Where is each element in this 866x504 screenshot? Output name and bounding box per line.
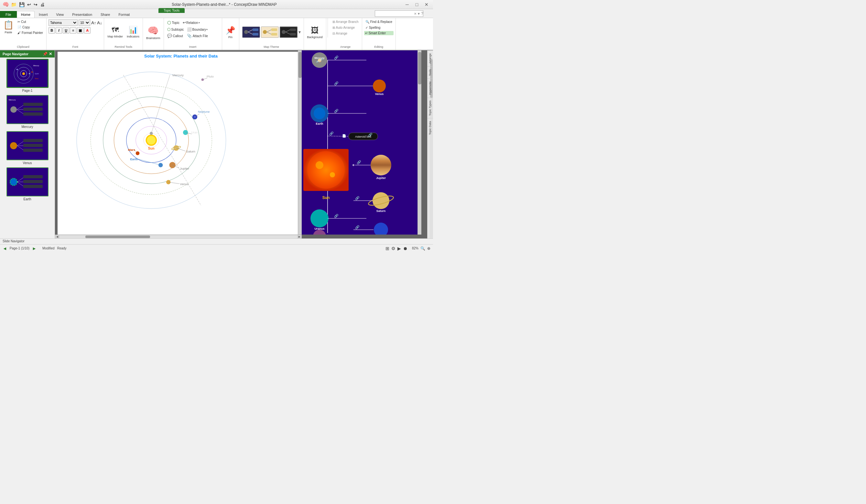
fontcolor-button[interactable]: A bbox=[84, 27, 90, 34]
page-thumb-3[interactable]: Venus bbox=[1, 131, 53, 165]
hscroll-thumb[interactable] bbox=[85, 236, 150, 238]
svg-point-120 bbox=[370, 155, 391, 175]
view-grid-button[interactable]: ⊞ bbox=[386, 246, 389, 251]
auto-arrange-button[interactable]: ⊞Auto Arrange bbox=[331, 25, 360, 30]
right-tab-topic-data[interactable]: Topic Data bbox=[428, 118, 433, 138]
search-help-icon[interactable]: ? bbox=[421, 11, 423, 16]
boundary-button[interactable]: ⬜ Boundary ▾ bbox=[186, 26, 208, 32]
mindmap-svg: Mercury 🪐 🔗 Venus 🔗 Earth 🔗 bbox=[302, 50, 421, 234]
next-page-button[interactable]: ► bbox=[32, 246, 36, 251]
arrange-branch-button[interactable]: ⊞Arrange Branch bbox=[331, 19, 360, 24]
theme-more-button[interactable]: ▾ bbox=[299, 30, 301, 35]
svg-line-1 bbox=[248, 30, 253, 32]
tab-home[interactable]: Home bbox=[17, 11, 35, 18]
svg-rect-4 bbox=[253, 33, 258, 36]
tab-format[interactable]: Format bbox=[114, 11, 134, 18]
page-thumb-4[interactable]: Earth bbox=[1, 167, 53, 201]
ribbon: 📋 Paste ✂Cut 📄Copy 🖌Format Painter Clipb… bbox=[0, 18, 433, 50]
font-grow-button[interactable]: A↑ bbox=[91, 20, 96, 25]
find-replace-button[interactable]: 🔍Find & Replace bbox=[364, 19, 393, 24]
view-options-button[interactable]: ⚙ bbox=[391, 246, 396, 251]
maximize-button[interactable]: □ bbox=[413, 1, 421, 8]
underline-button[interactable]: U bbox=[63, 27, 69, 34]
insert-group: ⬡ Topic ↩ Relation ▾ ⬡ Subtopic ⬜ Bounda… bbox=[164, 18, 222, 50]
subtopic-button[interactable]: ⬡ Subtopic bbox=[166, 26, 185, 32]
tab-presentation[interactable]: Presentation bbox=[68, 11, 96, 18]
search-filter-icon[interactable]: ▼ bbox=[417, 12, 420, 15]
map-minder-button[interactable]: 🗺 Map Minder bbox=[106, 25, 124, 39]
close-button[interactable]: ✕ bbox=[423, 1, 430, 8]
svg-text:Earth: Earth bbox=[35, 73, 39, 75]
tab-share[interactable]: Share bbox=[96, 11, 114, 18]
bold-button[interactable]: B bbox=[48, 27, 55, 34]
svg-rect-8 bbox=[271, 28, 277, 31]
editing-group: 🔍Find & Replace ✓Spelling ↵Smart Enter E… bbox=[362, 18, 396, 50]
prev-page-button[interactable]: ◄ bbox=[3, 246, 7, 251]
svg-rect-13 bbox=[290, 28, 296, 31]
arrange-label: Arrange bbox=[340, 45, 351, 48]
svg-text:Saturn: Saturn bbox=[376, 209, 386, 213]
modified-status: Modified bbox=[42, 247, 55, 250]
page-nav-pin-button[interactable]: 📌 bbox=[43, 52, 47, 56]
mindmap-scroll-thumb[interactable] bbox=[418, 52, 421, 84]
minimize-button[interactable]: ─ bbox=[403, 1, 411, 8]
ribbon-search-input[interactable] bbox=[375, 12, 414, 15]
svg-rect-9 bbox=[271, 33, 277, 36]
callout-button[interactable]: 💬 Callout bbox=[166, 33, 184, 39]
svg-text:🔗: 🔗 bbox=[334, 214, 338, 218]
tab-insert[interactable]: Insert bbox=[35, 11, 52, 18]
canvas-hscroll[interactable]: ◄ ► bbox=[55, 234, 302, 238]
right-tab-tools[interactable]: Tools bbox=[428, 66, 433, 79]
svg-rect-52 bbox=[23, 185, 43, 188]
page-thumb-2[interactable]: Mercury Mercury bbox=[1, 95, 53, 129]
right-tab-topic-types[interactable]: Topic Types bbox=[428, 98, 433, 118]
search-clear-icon[interactable]: ✕ bbox=[414, 12, 417, 15]
canvas-vscroll[interactable] bbox=[298, 50, 302, 234]
spelling-button[interactable]: ✓Spelling bbox=[364, 25, 393, 30]
indicators-button[interactable]: 📊 Indicators bbox=[125, 25, 141, 39]
font-size-select[interactable]: 10 bbox=[79, 19, 90, 26]
svg-text:Venus: Venus bbox=[180, 182, 189, 186]
background-button[interactable]: 🖼 Background bbox=[306, 19, 324, 45]
zoom-level[interactable]: 82% bbox=[412, 247, 419, 250]
arrange-button[interactable]: ⊟Arrange bbox=[331, 31, 360, 36]
attach-file-button[interactable]: 📎 Attach File bbox=[186, 33, 209, 39]
pin-button[interactable]: 📌 Pin bbox=[224, 19, 237, 45]
smart-enter-button[interactable]: ↵Smart Enter bbox=[364, 31, 393, 35]
right-tab-hypernote[interactable]: Hypernote bbox=[428, 79, 433, 98]
theme-3-button[interactable] bbox=[280, 26, 298, 38]
mindmap-scrollbar[interactable] bbox=[418, 50, 421, 234]
theme-1-button[interactable] bbox=[242, 26, 260, 38]
hscroll-left-button[interactable]: ◄ bbox=[55, 235, 59, 238]
relation-button[interactable]: ↩ Relation ▾ bbox=[182, 19, 200, 26]
cut-button[interactable]: ✂Cut bbox=[16, 19, 44, 24]
tab-view[interactable]: View bbox=[52, 11, 68, 18]
svg-text:🔗: 🔗 bbox=[357, 160, 361, 164]
border-button[interactable]: ▣ bbox=[77, 27, 84, 34]
format-painter-button[interactable]: 🖌Format Painter bbox=[16, 30, 44, 35]
font-group: Tahoma 10 A↑ A↓ B I U ≡ ▣ A Font bbox=[47, 18, 104, 50]
font-shrink-button[interactable]: A↓ bbox=[97, 20, 102, 25]
pin-group: 📌 Pin bbox=[222, 18, 239, 50]
hscroll-right-button[interactable]: ► bbox=[297, 235, 302, 238]
record-button[interactable]: ⏺ bbox=[403, 246, 408, 251]
separator-1 bbox=[327, 18, 328, 37]
theme-2-button[interactable] bbox=[261, 26, 279, 38]
right-tab-arrange[interactable]: Arrange bbox=[428, 50, 433, 66]
align-button[interactable]: ≡ bbox=[70, 27, 76, 34]
canvas-vscroll-thumb[interactable] bbox=[299, 52, 302, 78]
page-thumb-1[interactable]: Mercury Earth Mars Page-1 bbox=[1, 59, 53, 92]
tab-file[interactable]: File bbox=[0, 11, 17, 18]
paste-button[interactable]: 📋 Paste bbox=[2, 19, 15, 35]
brainstorm-button[interactable]: 🧠 Brainstorm bbox=[145, 19, 162, 45]
font-family-select[interactable]: Tahoma bbox=[48, 19, 78, 26]
topic-button[interactable]: ⬡ Topic bbox=[166, 19, 181, 26]
italic-button[interactable]: I bbox=[56, 27, 62, 34]
page-nav-close-button[interactable]: ✕ bbox=[49, 52, 52, 56]
zoom-in-button[interactable]: 🔍 bbox=[420, 246, 425, 251]
play-button[interactable]: ▶ bbox=[397, 246, 401, 251]
remind-tools-group: 🗺 Map Minder 📊 Indicators Remind Tools bbox=[104, 18, 143, 50]
arrange-status-button[interactable]: ⊕ bbox=[427, 246, 430, 251]
svg-rect-15 bbox=[8, 60, 48, 88]
copy-button[interactable]: 📄Copy bbox=[16, 25, 44, 30]
